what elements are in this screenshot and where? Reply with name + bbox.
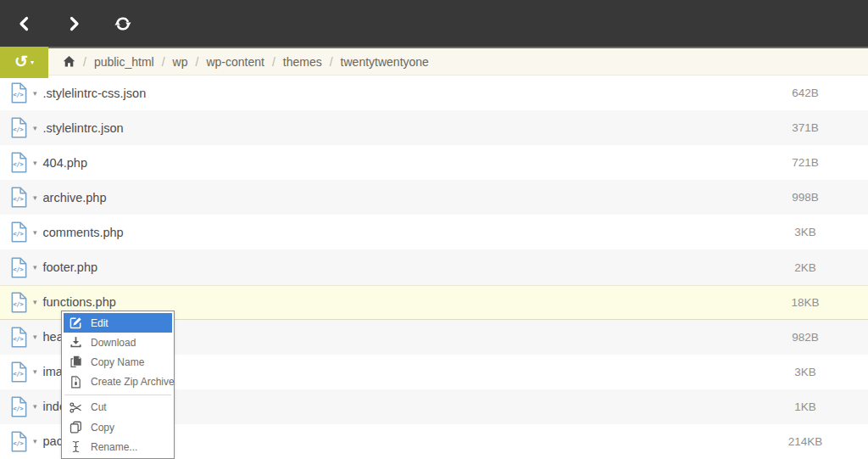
context-menu-item-cut[interactable]: Cut bbox=[64, 398, 172, 417]
breadcrumb-segment-public-html[interactable]: public_html bbox=[94, 55, 154, 69]
context-menu-item-download[interactable]: Download bbox=[64, 333, 172, 352]
svg-text:</>: </> bbox=[13, 300, 24, 308]
edit-icon bbox=[70, 316, 82, 329]
code-file-icon: </> bbox=[10, 361, 28, 383]
context-menu-item-copy-name[interactable]: Copy Name bbox=[64, 352, 172, 372]
file-size: 998B bbox=[754, 191, 856, 204]
breadcrumb-separator: / bbox=[196, 55, 199, 69]
file-size: 3KB bbox=[754, 366, 856, 378]
context-menu-item-label: Rename... bbox=[91, 441, 137, 453]
refresh-icon bbox=[114, 15, 131, 32]
file-actions-caret-icon[interactable]: ▾ bbox=[33, 263, 37, 271]
file-size: 214KB bbox=[754, 435, 856, 448]
context-menu-item-label: Cut bbox=[91, 401, 107, 413]
file-name: .stylelintrc-css.json bbox=[43, 87, 147, 100]
svg-text:</>: </> bbox=[13, 405, 24, 412]
file-actions-caret-icon[interactable]: ▾ bbox=[33, 193, 37, 202]
svg-text:</>: </> bbox=[13, 266, 24, 273]
breadcrumb-segment-twentytwentyone[interactable]: twentytwentyone bbox=[341, 55, 429, 69]
svg-text:</>: </> bbox=[13, 126, 24, 133]
file-manager-window: ↺ ▾ /public_html/wp/wp-content/themes/tw… bbox=[0, 0, 868, 459]
svg-text:</>: </> bbox=[13, 161, 24, 169]
context-menu-divider bbox=[64, 395, 171, 395]
rename-icon bbox=[70, 440, 82, 453]
file-size: 2KB bbox=[754, 261, 856, 274]
file-name: .stylelintrc.json bbox=[43, 121, 124, 135]
context-menu-item-label: Download bbox=[91, 337, 136, 349]
file-row[interactable]: </> ▾ footer.php 2KB bbox=[0, 249, 868, 284]
copy-name-icon bbox=[70, 355, 82, 368]
context-menu-item-label: Edit bbox=[91, 317, 108, 329]
file-actions-caret-icon[interactable]: ▾ bbox=[33, 159, 37, 167]
svg-text:</>: </> bbox=[13, 439, 24, 447]
forward-button[interactable] bbox=[65, 15, 82, 32]
file-actions-caret-icon[interactable]: ▾ bbox=[33, 437, 37, 445]
file-size: 721B bbox=[754, 156, 856, 169]
file-actions-caret-icon[interactable]: ▾ bbox=[33, 333, 37, 341]
code-file-icon: </> bbox=[10, 396, 28, 417]
create-zip-archive-icon bbox=[70, 376, 82, 389]
refresh-button[interactable] bbox=[114, 15, 131, 32]
history-icon: ↺ bbox=[14, 53, 28, 70]
breadcrumb-separator: / bbox=[330, 55, 333, 69]
breadcrumb-segment-wp[interactable]: wp bbox=[173, 55, 188, 69]
svg-text:</>: </> bbox=[13, 335, 24, 343]
caret-down-icon: ▾ bbox=[31, 59, 34, 66]
code-file-icon: </> bbox=[10, 292, 28, 313]
code-file-icon: </> bbox=[10, 117, 28, 138]
breadcrumb-separator: / bbox=[162, 55, 165, 69]
breadcrumb-segment-themes[interactable]: themes bbox=[283, 55, 322, 69]
file-name: functions.php bbox=[43, 295, 116, 309]
code-file-icon: </> bbox=[10, 221, 28, 243]
breadcrumb-segment-wp-content[interactable]: wp-content bbox=[206, 55, 264, 69]
file-name: archive.php bbox=[43, 191, 107, 204]
file-actions-caret-icon[interactable]: ▾ bbox=[33, 367, 37, 376]
context-menu-item-create-zip-archive[interactable]: Create Zip Archive bbox=[64, 372, 172, 392]
toolbar bbox=[0, 0, 868, 48]
file-name: comments.php bbox=[43, 226, 124, 239]
file-row[interactable]: </> ▾ .stylelintrc-css.json 642B bbox=[0, 76, 868, 110]
forward-arrow-icon bbox=[65, 15, 82, 32]
breadcrumb-separator: / bbox=[272, 55, 275, 69]
back-button[interactable] bbox=[16, 15, 33, 32]
file-actions-caret-icon[interactable]: ▾ bbox=[33, 124, 37, 132]
context-menu: EditDownloadCopy NameCreate Zip ArchiveC… bbox=[61, 311, 175, 459]
context-menu-item-rename[interactable]: Rename... bbox=[64, 437, 172, 456]
file-size: 371B bbox=[754, 121, 856, 134]
code-file-icon: </> bbox=[10, 82, 28, 104]
context-menu-item-label: Copy bbox=[91, 422, 114, 434]
file-row[interactable]: </> ▾ comments.php 3KB bbox=[0, 215, 868, 249]
file-size: 1KB bbox=[754, 400, 856, 413]
file-row[interactable]: </> ▾ .stylelintrc.json 371B bbox=[0, 110, 868, 145]
context-menu-item-copy[interactable]: Copy bbox=[64, 417, 172, 437]
download-icon bbox=[70, 336, 82, 349]
svg-text:</>: </> bbox=[13, 231, 24, 238]
svg-text:</>: </> bbox=[13, 370, 24, 378]
file-name: footer.php bbox=[43, 260, 98, 274]
context-menu-item-label: Create Zip Archive bbox=[91, 376, 175, 388]
file-actions-caret-icon[interactable]: ▾ bbox=[33, 89, 37, 98]
context-menu-item-edit[interactable]: Edit bbox=[64, 313, 172, 333]
file-name: 404.php bbox=[43, 156, 87, 170]
file-actions-caret-icon[interactable]: ▾ bbox=[33, 298, 37, 306]
file-row[interactable]: </> ▾ 404.php 721B bbox=[0, 145, 868, 180]
code-file-icon: </> bbox=[10, 187, 28, 208]
back-arrow-icon bbox=[16, 15, 33, 32]
file-actions-caret-icon[interactable]: ▾ bbox=[33, 402, 37, 411]
file-size: 642B bbox=[754, 87, 856, 99]
file-size: 3KB bbox=[754, 226, 856, 238]
file-size: 982B bbox=[754, 331, 856, 344]
file-size: 18KB bbox=[754, 296, 856, 309]
svg-text:</>: </> bbox=[13, 91, 24, 98]
breadcrumb-separator: / bbox=[83, 55, 86, 69]
file-actions-caret-icon[interactable]: ▾ bbox=[33, 228, 37, 237]
code-file-icon: </> bbox=[10, 152, 28, 173]
code-file-icon: </> bbox=[10, 257, 28, 278]
file-row[interactable]: </> ▾ archive.php 998B bbox=[0, 180, 868, 215]
history-dropdown-button[interactable]: ↺ ▾ bbox=[0, 47, 48, 78]
code-file-icon: </> bbox=[10, 431, 28, 452]
context-menu-item-label: Copy Name bbox=[91, 356, 144, 368]
home-icon[interactable] bbox=[63, 55, 75, 68]
svg-text:</>: </> bbox=[13, 196, 24, 204]
breadcrumb: /public_html/wp/wp-content/themes/twenty… bbox=[0, 48, 868, 76]
